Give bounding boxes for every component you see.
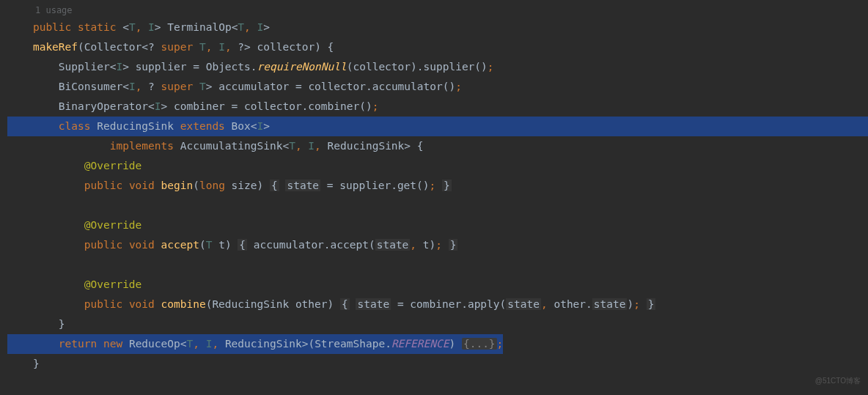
code-line[interactable]: return new ReduceOp<T, I, ReducingSink>(… xyxy=(0,334,868,354)
code-line[interactable]: @Override xyxy=(0,156,868,176)
code-line[interactable]: makeRef(Collector<? super T, I, ?> colle… xyxy=(0,37,868,57)
fold-marker[interactable]: {...} xyxy=(462,338,497,350)
code-editor[interactable]: 1 usage public static <T, I> TerminalOp<… xyxy=(0,0,868,374)
code-line[interactable] xyxy=(0,255,868,275)
code-line[interactable]: Supplier<I> supplier = Objects.requireNo… xyxy=(0,57,868,77)
watermark: @51CTO博客 xyxy=(815,371,861,391)
code-line[interactable]: public static <T, I> TerminalOp<T, I> xyxy=(0,18,868,37)
code-line[interactable]: class ReducingSink extends Box<I> xyxy=(0,117,868,136)
usage-hint[interactable]: 1 usage xyxy=(0,0,868,18)
code-line[interactable]: public void combine(ReducingSink other) … xyxy=(0,295,868,314)
code-line[interactable]: implements AccumulatingSink<T, I, Reduci… xyxy=(0,136,868,156)
code-line[interactable]: BinaryOperator<I> combiner = collector.c… xyxy=(0,97,868,117)
code-line[interactable]: public void accept(T t) { accumulator.ac… xyxy=(0,235,868,255)
code-line[interactable] xyxy=(0,196,868,215)
code-line[interactable]: } xyxy=(0,314,868,334)
code-line[interactable]: public void begin(long size) { state = s… xyxy=(0,176,868,196)
code-line[interactable]: } xyxy=(0,354,868,374)
code-line[interactable]: BiConsumer<I, ? super T> accumulator = c… xyxy=(0,77,868,97)
code-line[interactable]: @Override xyxy=(0,275,868,295)
code-line[interactable]: @Override xyxy=(0,215,868,235)
